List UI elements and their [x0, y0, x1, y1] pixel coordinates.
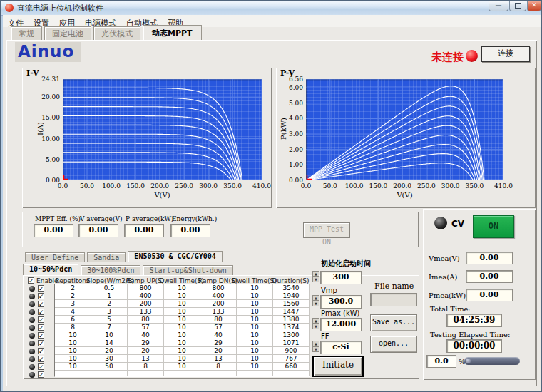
row-enable-checkbox[interactable]: ✓	[38, 301, 44, 307]
table-cell[interactable]: 2	[55, 292, 91, 300]
table-cell[interactable]: 10	[164, 347, 200, 355]
table-cell[interactable]: 29	[200, 339, 237, 347]
row-enable-checkbox[interactable]: ✓	[38, 285, 44, 292]
table-cell[interactable]: 10	[164, 292, 200, 300]
table-cell[interactable]: 10	[55, 355, 91, 363]
open-button[interactable]: open...	[370, 336, 417, 353]
table-cell[interactable]: 1300	[273, 331, 310, 339]
spinner-control[interactable]: ▲▼	[312, 271, 319, 283]
table-cell[interactable]: 8	[55, 324, 91, 331]
table-cell[interactable]	[55, 371, 91, 377]
table-row[interactable]	[55, 371, 310, 377]
table-cell[interactable]: 10	[237, 331, 273, 339]
table-cell[interactable]: 10	[237, 339, 273, 347]
table-cell[interactable]: 10	[91, 331, 128, 339]
row-enable-checkbox[interactable]: ✓	[38, 309, 44, 315]
table-cell[interactable]: 57	[200, 324, 237, 331]
table-cell[interactable]: 10	[237, 300, 273, 308]
table-cell[interactable]: 200	[128, 300, 164, 308]
table-cell[interactable]: 3	[91, 308, 128, 316]
table-cell[interactable]: 30	[91, 355, 128, 363]
row-enable-checkbox[interactable]: ✓	[38, 316, 44, 323]
table-cell[interactable]: 10	[237, 308, 273, 316]
row-enable-checkbox[interactable]: ✓	[38, 332, 44, 339]
table-cell[interactable]	[128, 371, 164, 377]
spinner-down-icon[interactable]: ▼	[312, 324, 319, 329]
row-enable-checkbox[interactable]: ✓	[38, 340, 44, 346]
profile-tab[interactable]: Sandia	[87, 252, 126, 262]
spinner-down-icon[interactable]: ▼	[312, 346, 319, 352]
sub-tab[interactable]: 30~100%Pdcn	[81, 265, 140, 275]
table-cell[interactable]: 20	[200, 347, 237, 355]
table-cell[interactable]: 400	[128, 292, 164, 300]
spinner-up-icon[interactable]: ▲	[312, 341, 319, 346]
table-cell[interactable]: 4	[55, 308, 91, 316]
init-field-value[interactable]: 300	[320, 271, 362, 284]
iv-plot-area[interactable]	[63, 79, 262, 180]
table-cell[interactable]: 0.5	[91, 284, 128, 292]
spinner-control[interactable]: ▲▼	[312, 318, 319, 330]
table-cell[interactable]: 10	[55, 331, 91, 339]
table-cell[interactable]: 2	[55, 284, 91, 292]
file-name-field[interactable]	[370, 293, 417, 306]
table-cell[interactable]: 7	[91, 324, 128, 331]
table-cell[interactable]: 1374	[273, 324, 310, 331]
table-cell[interactable]: 1940	[273, 292, 310, 300]
init-field-value[interactable]: 12.000	[320, 318, 362, 331]
table-cell[interactable]: 1	[91, 292, 128, 300]
table-cell[interactable]: 10	[164, 316, 200, 324]
table-cell[interactable]: 10	[237, 292, 273, 300]
table-cell[interactable]: 20	[91, 347, 128, 355]
table-cell[interactable]: 5	[91, 316, 128, 324]
row-enable-checkbox[interactable]: ✓	[38, 363, 44, 370]
sub-tab[interactable]: 10~50%Pdcn	[23, 264, 78, 275]
row-enable-checkbox[interactable]: ✓	[38, 324, 44, 331]
table-cell[interactable]: 8	[128, 363, 164, 371]
table-cell[interactable]: 20	[128, 347, 164, 355]
table-cell[interactable]: 10	[164, 363, 200, 371]
spinner-up-icon[interactable]: ▲	[312, 271, 319, 277]
table-row[interactable]: 20.580010800103540	[55, 284, 310, 292]
table-cell[interactable]: 13	[128, 355, 164, 363]
minimize-button[interactable]: —	[489, 1, 508, 11]
table-row[interactable]: 87571057101374	[55, 324, 310, 331]
table-cell[interactable]: 10	[55, 363, 91, 371]
table-cell[interactable]: 13	[200, 355, 237, 363]
pv-plot-area[interactable]	[306, 79, 503, 180]
save-as-button[interactable]: Save as...	[370, 314, 417, 331]
table-row[interactable]: 1010401040101300	[55, 331, 310, 339]
table-row[interactable]: 65801080101380	[55, 316, 310, 324]
table-cell[interactable]: 40	[200, 331, 237, 339]
progress-bar[interactable]	[464, 357, 520, 365]
row-enable-checkbox[interactable]: ✓	[38, 371, 44, 378]
row-enable-checkbox[interactable]: ✓	[38, 293, 44, 299]
table-cell[interactable]: 3540	[273, 284, 310, 292]
table-cell[interactable]: 800	[128, 284, 164, 292]
table-row[interactable]: 4313310133101447	[55, 308, 310, 316]
table-cell[interactable]: 10	[55, 339, 91, 347]
table-cell[interactable]: 1380	[273, 316, 310, 324]
table-cell[interactable]: 1560	[273, 300, 310, 308]
spinner-control[interactable]: ▲▼	[312, 295, 319, 307]
close-button[interactable]: ✕	[527, 1, 541, 11]
init-field-value[interactable]: c-Si	[320, 341, 362, 354]
table-cell[interactable]: 10	[237, 355, 273, 363]
table-cell[interactable]	[273, 371, 310, 377]
table-cell[interactable]: 10	[237, 284, 273, 292]
table-row[interactable]: 3220010200101560	[55, 300, 310, 308]
table-cell[interactable]: 10	[164, 355, 200, 363]
table-cell[interactable]: 10	[237, 347, 273, 355]
row-enable-checkbox[interactable]: ✓	[38, 356, 44, 362]
table-row[interactable]: 2140010400101940	[55, 292, 310, 300]
table-cell[interactable]: 6	[55, 316, 91, 324]
mpp-test-button[interactable]: MPP Test ON	[303, 222, 350, 238]
table-cell[interactable]: 10	[237, 316, 273, 324]
table-cell[interactable]: 14	[91, 339, 128, 347]
table-cell[interactable]: 10	[164, 284, 200, 292]
tab-1[interactable]: 固定电池	[44, 26, 91, 41]
table-cell[interactable]: 800	[200, 284, 237, 292]
table-cell[interactable]: 29	[128, 339, 164, 347]
table-cell[interactable]: 1071	[273, 339, 310, 347]
table-cell[interactable]: 10	[164, 339, 200, 347]
table-cell[interactable]: 2	[91, 300, 128, 308]
